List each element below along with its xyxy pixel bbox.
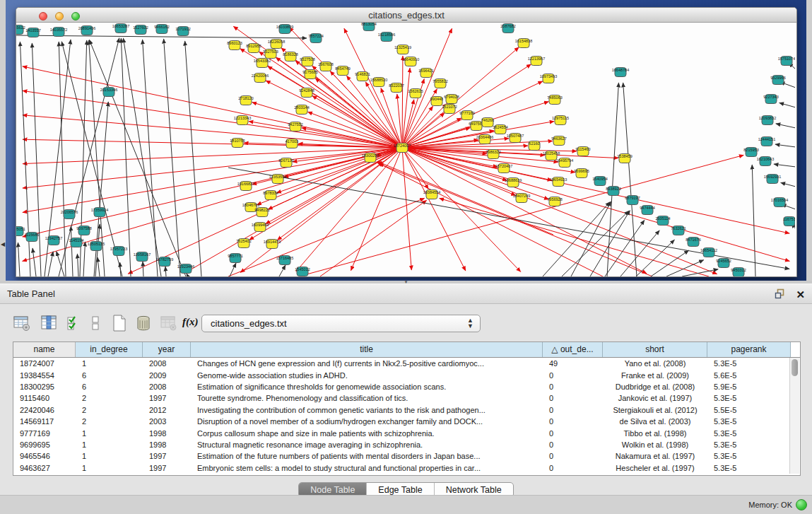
- cell[interactable]: Yano et al. (2008): [603, 359, 707, 368]
- paper-node-yellow[interactable]: 8960123: [227, 41, 242, 50]
- paper-node-teal[interactable]: 20206576: [61, 210, 78, 219]
- cell[interactable]: Structural magnetic resonance image aver…: [191, 440, 543, 449]
- cell[interactable]: 1: [76, 464, 143, 472]
- paper-node-teal[interactable]: 8938923: [606, 187, 620, 196]
- cell[interactable]: 6: [76, 371, 143, 380]
- paper-node-teal[interactable]: 12093832: [759, 116, 776, 125]
- cell[interactable]: Estimation of significance thresholds fo…: [191, 382, 543, 391]
- table-row[interactable]: 911546021997Tourette syndrome. Phenomeno…: [13, 392, 800, 404]
- citation-edge-red[interactable]: [23, 90, 402, 148]
- paper-node-yellow[interactable]: 16914479: [264, 240, 281, 249]
- cell[interactable]: 2: [76, 406, 143, 414]
- paper-node-yellow[interactable]: 1696421: [418, 69, 433, 78]
- paper-node-teal[interactable]: 9227343: [763, 95, 778, 104]
- table-row[interactable]: 977716911998Corpus callosum shape and si…: [13, 427, 800, 438]
- paper-node-yellow[interactable]: 7955812: [433, 79, 447, 88]
- cell[interactable]: 9777169: [13, 429, 76, 438]
- citation-edge-red[interactable]: [289, 28, 402, 148]
- cell[interactable]: 5.3E-5: [707, 452, 791, 460]
- paper-node-yellow[interactable]: 11325419: [394, 45, 411, 54]
- paper-node-yellow[interactable]: 9327503: [263, 49, 278, 59]
- cell[interactable]: 0: [543, 440, 603, 449]
- citation-edge-red[interactable]: [402, 56, 403, 148]
- close-icon[interactable]: ✕: [796, 289, 805, 300]
- paper-node-yellow[interactable]: 12213343: [234, 116, 251, 125]
- column-header-pagerank[interactable]: pagerank: [707, 342, 791, 357]
- table-row[interactable]: 1830029562008Estimation of significance …: [13, 381, 800, 392]
- function-builder-icon[interactable]: f(x): [182, 316, 201, 334]
- cell[interactable]: 9699695: [13, 440, 76, 449]
- cell[interactable]: Wolkin et al. (1998): [603, 440, 707, 449]
- cell[interactable]: 18300295: [13, 382, 76, 391]
- paper-node-yellow[interactable]: 8912955: [246, 44, 261, 53]
- paper-node-yellow[interactable]: 12213967: [528, 57, 545, 66]
- citation-edge-black[interactable]: [33, 248, 36, 276]
- paper-node-yellow[interactable]: 8454749: [335, 66, 350, 76]
- column-header-out_de[interactable]: △ out_de...: [543, 342, 603, 357]
- cell[interactable]: 2009: [143, 371, 191, 380]
- citation-edge-black[interactable]: [651, 250, 689, 276]
- select-rows-icon[interactable]: [65, 314, 83, 332]
- citation-network-graph[interactable]: 1872400789601238912955182260589327503165…: [16, 23, 795, 276]
- paper-node-yellow[interactable]: 16640910: [402, 57, 419, 66]
- cell[interactable]: 18724007: [13, 359, 76, 368]
- paper-node-teal[interactable]: 116753: [783, 217, 795, 226]
- paper-node-yellow[interactable]: 8186328: [283, 52, 298, 62]
- citation-edge-black[interactable]: [774, 164, 795, 167]
- table-row[interactable]: 969969511998Structural magnetic resonanc…: [13, 439, 800, 450]
- paper-node-teal[interactable]: 2087682: [500, 24, 515, 33]
- paper-node-teal[interactable]: 9466162: [154, 25, 169, 34]
- vertical-scrollbar[interactable]: [789, 358, 799, 474]
- cell[interactable]: 1998: [143, 440, 191, 449]
- paper-node-yellow[interactable]: 1362615: [408, 89, 423, 98]
- paper-node-yellow[interactable]: 9175685: [302, 70, 317, 79]
- citation-edge-black[interactable]: [18, 243, 20, 276]
- cell[interactable]: 5.3E-5: [707, 359, 791, 368]
- cell[interactable]: 19384554: [13, 371, 76, 380]
- paper-node-teal[interactable]: 1545012: [295, 267, 310, 276]
- cell[interactable]: de Silva et al. (2003): [603, 417, 707, 426]
- citation-edge-red[interactable]: [402, 148, 789, 233]
- cell[interactable]: 0: [543, 394, 603, 402]
- cell[interactable]: 0: [543, 464, 603, 472]
- cell[interactable]: 1997: [143, 394, 191, 402]
- paper-node-yellow[interactable]: 8267130: [278, 158, 293, 168]
- citation-edge-red[interactable]: [315, 78, 402, 148]
- cell[interactable]: 2008: [143, 359, 191, 368]
- cell[interactable]: Franke et al. (2009): [603, 371, 707, 380]
- cell[interactable]: 2003: [143, 417, 191, 426]
- network-window[interactable]: citations_edges.txt 18724007896012389129…: [16, 7, 797, 277]
- paper-node-teal[interactable]: 9474444: [640, 206, 654, 215]
- cell[interactable]: 0: [543, 371, 603, 380]
- paper-node-yellow[interactable]: 20364486: [476, 135, 493, 144]
- new-column-icon[interactable]: [110, 314, 129, 332]
- paper-node-teal[interactable]: 12444151: [758, 137, 775, 146]
- paper-node-yellow[interactable]: 8978334: [263, 191, 278, 200]
- cell[interactable]: Dudbridge et al. (2008): [603, 382, 707, 391]
- cell[interactable]: Tourette syndrome. Phenomenology and cla…: [191, 394, 543, 402]
- citation-edge-black[interactable]: [666, 260, 704, 276]
- citation-edge-black[interactable]: [775, 144, 795, 147]
- cell[interactable]: 9465546: [13, 452, 76, 460]
- paper-node-yellow[interactable]: 9777169: [459, 111, 474, 120]
- cell[interactable]: 5.3E-5: [707, 394, 791, 402]
- paper-node-yellow[interactable]: 9427552: [288, 122, 302, 132]
- paper-node-teal[interactable]: 2935114: [655, 216, 670, 226]
- paper-node-teal[interactable]: 10653287: [112, 24, 129, 33]
- paper-node-yellow[interactable]: 10688639: [505, 178, 522, 187]
- citation-edge-black[interactable]: [59, 38, 119, 276]
- paper-node-yellow[interactable]: 16495794: [556, 158, 573, 168]
- paper-node-teal[interactable]: 1071912: [175, 27, 190, 36]
- citation-edge-red[interactable]: [377, 163, 603, 276]
- cell[interactable]: 5.9E-5: [707, 382, 791, 391]
- cell[interactable]: Stergiakouli et al. (2012): [603, 406, 707, 414]
- paper-node-teal[interactable]: 8215953: [743, 148, 758, 157]
- paper-node-yellow[interactable]: 7625402: [236, 239, 251, 248]
- paper-node-yellow[interactable]: 62160: [529, 141, 540, 151]
- network-canvas[interactable]: 1872400789601238912955182260589327503165…: [16, 23, 796, 276]
- cell[interactable]: 49: [543, 359, 603, 368]
- citation-edge-red[interactable]: [23, 148, 402, 212]
- paper-node-yellow[interactable]: 8322037: [389, 83, 404, 93]
- citation-edge-black[interactable]: [607, 83, 618, 276]
- citation-edge-black[interactable]: [48, 252, 53, 276]
